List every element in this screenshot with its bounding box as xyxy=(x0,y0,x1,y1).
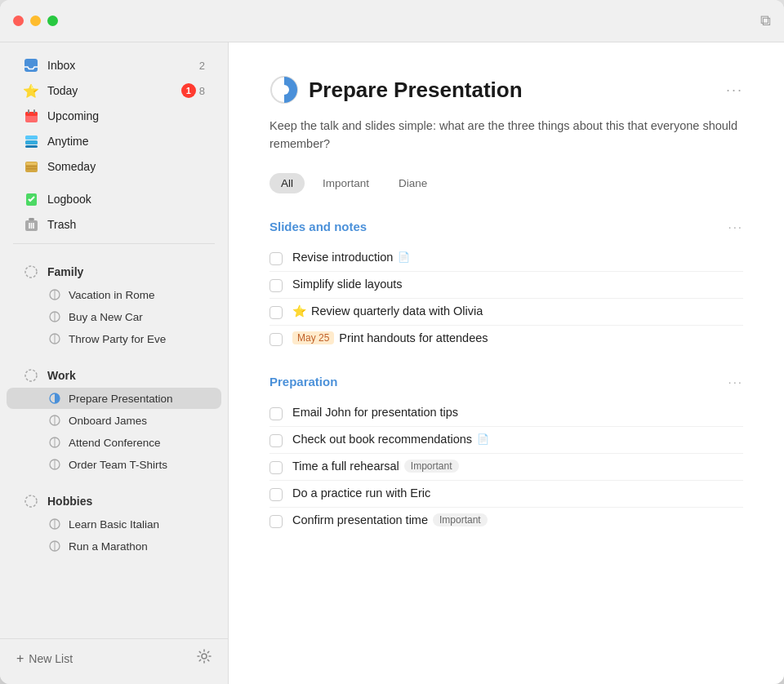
sidebar-item-inbox[interactable]: Inbox 2 xyxy=(7,53,221,78)
today-badge: 1 xyxy=(181,83,196,98)
sidebar-item-marathon[interactable]: Run a Marathon xyxy=(7,535,221,557)
task-item-revise: Revise introduction 📄 xyxy=(270,245,743,272)
inbox-label: Inbox xyxy=(47,59,199,72)
svg-rect-14 xyxy=(29,218,34,220)
svg-point-25 xyxy=(25,370,37,381)
task-item-email: Email John for presentation tips xyxy=(270,400,743,427)
close-button[interactable] xyxy=(13,16,24,26)
today-count: 8 xyxy=(199,85,205,97)
sidebar-item-today[interactable]: ⭐ Today 1 8 xyxy=(7,78,221,103)
sidebar-footer: + New List xyxy=(0,638,228,684)
task-checkbox-simplify[interactable] xyxy=(270,279,283,292)
sidebar-item-vacation[interactable]: Vacation in Rome xyxy=(7,284,221,305)
sidebar-item-anytime[interactable]: Anytime xyxy=(7,129,221,153)
sidebar-item-conference[interactable]: Attend Conference xyxy=(7,432,221,453)
task-text-rehearsal: Time a full rehearsal Important xyxy=(292,460,459,473)
copy-window-icon[interactable]: ⧉ xyxy=(760,12,771,29)
task-checkbox-email[interactable] xyxy=(270,407,283,420)
svg-rect-0 xyxy=(24,59,38,72)
work-section-label: Work xyxy=(47,369,76,382)
doc-icon-book: 📄 xyxy=(477,433,489,445)
hobbies-section-label: Hobbies xyxy=(47,495,92,508)
hobbies-section-icon xyxy=(23,493,39,509)
section-hobbies-header[interactable]: Hobbies xyxy=(7,490,221,513)
italian-label: Learn Basic Italian xyxy=(69,518,159,531)
task-checkbox-rehearsal[interactable] xyxy=(270,461,283,474)
task-text-practice: Do a practice run with Eric xyxy=(292,486,430,500)
sidebar-item-onboard[interactable]: Onboard James xyxy=(7,410,221,431)
logbook-icon xyxy=(23,191,39,207)
filter-tab-important[interactable]: Important xyxy=(311,173,381,193)
svg-rect-5 xyxy=(25,135,38,140)
app-window: ⧉ Inbox 2 ⭐ Today 1 8 xyxy=(0,0,784,684)
sidebar-item-party[interactable]: Throw Party for Eve xyxy=(7,328,221,349)
tag-badge-rehearsal: Important xyxy=(404,460,459,473)
sidebar-item-upcoming[interactable]: Upcoming xyxy=(7,104,221,128)
main-content: Inbox 2 ⭐ Today 1 8 Upcoming xyxy=(0,42,784,684)
sidebar-item-presentation[interactable]: Prepare Presentation xyxy=(7,388,221,409)
work-children: Prepare Presentation Onboard James xyxy=(0,388,228,475)
svg-point-38 xyxy=(202,654,207,659)
titlebar: ⧉ xyxy=(0,0,784,42)
sidebar-top: Inbox 2 ⭐ Today 1 8 Upcoming xyxy=(0,42,228,571)
task-item-book: Check out book recommendations 📄 xyxy=(270,427,743,454)
doc-icon-revise: 📄 xyxy=(398,251,410,263)
anytime-label: Anytime xyxy=(47,135,205,148)
sidebar-item-logbook[interactable]: Logbook xyxy=(7,187,221,211)
sidebar-item-car[interactable]: Buy a New Car xyxy=(7,306,221,327)
today-label: Today xyxy=(47,84,181,97)
presentation-icon xyxy=(47,391,62,406)
new-list-button[interactable]: + New List xyxy=(16,651,73,666)
upcoming-label: Upcoming xyxy=(47,109,205,122)
preparation-more-button[interactable]: ··· xyxy=(728,375,743,389)
trash-label: Trash xyxy=(47,218,205,231)
date-badge-print: May 25 xyxy=(292,331,334,344)
section-work-header[interactable]: Work xyxy=(7,364,221,387)
task-checkbox-revise[interactable] xyxy=(270,252,283,265)
star-icon-review: ⭐ xyxy=(292,304,306,318)
task-checkbox-print[interactable] xyxy=(270,333,283,346)
svg-point-33 xyxy=(25,495,37,507)
sidebar-item-italian[interactable]: Learn Basic Italian xyxy=(7,513,221,535)
task-text-email: Email John for presentation tips xyxy=(292,406,458,419)
maximize-button[interactable] xyxy=(47,16,58,26)
task-text-review: ⭐ Review quarterly data with Olivia xyxy=(292,304,483,318)
task-text-revise: Revise introduction 📄 xyxy=(292,251,410,264)
sidebar-item-tshirts[interactable]: Order Team T-Shirts xyxy=(7,454,221,475)
sidebar-item-someday[interactable]: Someday xyxy=(7,154,221,179)
task-checkbox-practice[interactable] xyxy=(270,488,283,501)
section-preparation: Preparation ··· Email John for presentat… xyxy=(270,375,743,534)
filter-tab-diane[interactable]: Diane xyxy=(387,173,439,193)
family-section-label: Family xyxy=(47,265,83,278)
slides-more-button[interactable]: ··· xyxy=(728,220,743,233)
onboard-icon xyxy=(47,413,62,428)
filter-tab-all[interactable]: All xyxy=(270,173,305,193)
task-checkbox-review[interactable] xyxy=(270,306,283,319)
task-checkbox-confirm[interactable] xyxy=(270,515,283,528)
section-hobbies: Hobbies Learn Basic Italian xyxy=(0,479,228,561)
project-description: Keep the talk and slides simple: what ar… xyxy=(270,118,743,153)
task-checkbox-book[interactable] xyxy=(270,434,283,447)
minimize-button[interactable] xyxy=(30,16,41,26)
task-item-practice: Do a practice run with Eric xyxy=(270,481,743,508)
conference-icon xyxy=(47,435,62,450)
italian-icon xyxy=(47,517,62,531)
task-text-book: Check out book recommendations 📄 xyxy=(292,433,489,446)
svg-rect-2 xyxy=(25,112,38,116)
svg-rect-9 xyxy=(26,162,37,165)
logbook-label: Logbook xyxy=(47,193,205,206)
today-icon: ⭐ xyxy=(23,82,39,99)
section-work: Work Prepare Presentation xyxy=(0,353,228,479)
section-family-header[interactable]: Family xyxy=(7,260,221,283)
task-text-confirm: Confirm presentation time Important xyxy=(292,513,488,526)
svg-point-40 xyxy=(279,85,289,95)
sidebar-item-trash[interactable]: Trash xyxy=(7,212,221,237)
inbox-icon xyxy=(23,57,39,73)
svg-rect-4 xyxy=(33,109,35,113)
task-item-rehearsal: Time a full rehearsal Important xyxy=(270,454,743,481)
vacation-label: Vacation in Rome xyxy=(69,289,155,301)
more-options-button[interactable]: ··· xyxy=(726,82,743,99)
family-section-icon xyxy=(23,264,39,280)
settings-icon[interactable] xyxy=(197,649,212,668)
marathon-icon xyxy=(47,539,62,553)
